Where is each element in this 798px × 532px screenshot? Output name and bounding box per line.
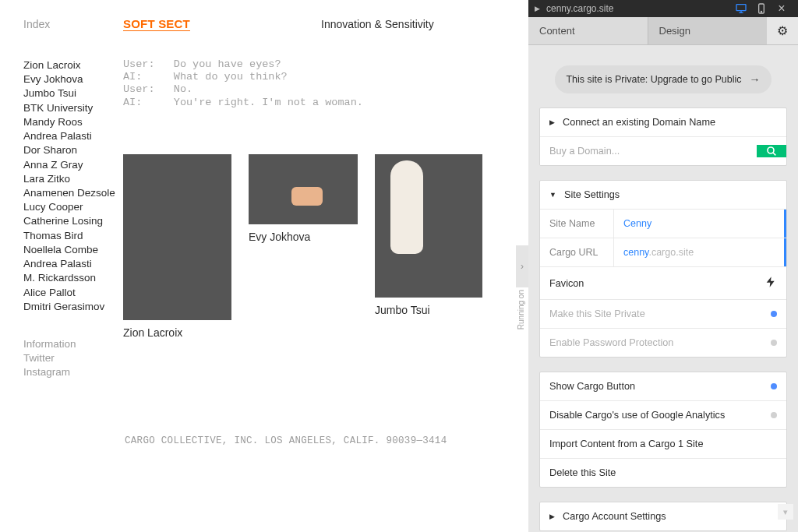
domain-section: ▶ Connect an existing Domain Name	[539, 107, 787, 166]
password-protection-row[interactable]: Enable Password Protection	[540, 329, 786, 357]
project-caption: Evy Jokhova	[249, 231, 358, 243]
desktop-preview-button[interactable]	[731, 0, 751, 17]
panel-resize-handle[interactable]: ›	[516, 245, 528, 287]
triangle-right-icon: ▶	[535, 5, 540, 12]
search-icon	[765, 145, 778, 157]
favicon-row[interactable]: Favicon	[540, 267, 786, 300]
site-footer: CARGO COLLECTIVE, INC. LOS ANGELES, CALI…	[125, 435, 447, 446]
domain-search-button[interactable]	[757, 145, 786, 157]
artist-link[interactable]: Dmitri Gerasimov	[23, 300, 123, 314]
favicon-label: Favicon	[549, 278, 584, 289]
project-card[interactable]: Zion Lacroix	[123, 154, 231, 339]
gear-icon: ⚙	[777, 23, 788, 38]
artist-link[interactable]: Noellela Combe	[23, 243, 123, 257]
more-settings-section: Show Cargo Button Disable Cargo's use of…	[539, 372, 787, 488]
buy-domain-input[interactable]	[540, 137, 757, 165]
cargo-url-suffix: .cargo.site	[648, 247, 694, 258]
triangle-down-icon: ▼	[549, 191, 556, 199]
artist-link[interactable]: Lara Zitko	[23, 172, 123, 186]
tab-content[interactable]: Content	[528, 17, 648, 44]
upgrade-pill-label: This site is Private: Upgrade to go Publ…	[566, 74, 741, 85]
project-card[interactable]: Evy Jokhova	[249, 154, 358, 339]
account-settings-title: Cargo Account Settings	[563, 511, 666, 522]
tab-design[interactable]: Design	[648, 17, 768, 44]
site-settings-header[interactable]: ▼ Site Settings	[540, 181, 786, 210]
artist-link[interactable]: BTK University	[23, 101, 123, 115]
disable-ga-label: Disable Cargo's use of Google Analytics	[549, 410, 725, 421]
artist-link[interactable]: Anna Z Gray	[23, 158, 123, 172]
scroll-down-cue[interactable]: ▾	[778, 504, 793, 520]
show-cargo-button-row[interactable]: Show Cargo Button	[540, 372, 786, 401]
import-content-label: Import Content from a Cargo 1 Site	[549, 439, 703, 449]
site-header: Index SOFT SECT Innovation & Sensitivity	[23, 17, 507, 30]
mobile-preview-button[interactable]	[751, 0, 772, 17]
artist-link[interactable]: Anamenen Dezsole	[23, 186, 123, 200]
artist-link[interactable]: Dor Sharon	[23, 143, 123, 157]
status-dot-icon	[771, 311, 777, 317]
connect-domain-row[interactable]: ▶ Connect an existing Domain Name	[540, 108, 786, 137]
artist-link[interactable]: M. Rickardsson	[23, 271, 123, 285]
site-settings-title: Site Settings	[564, 189, 620, 200]
status-dot-icon	[771, 340, 777, 346]
artist-link[interactable]: Alice Pallot	[23, 286, 123, 300]
admin-tabs: Content Design ⚙	[528, 17, 798, 45]
account-settings-header[interactable]: ▶ Cargo Account Settings	[540, 502, 786, 530]
nav-information[interactable]: Information	[23, 337, 123, 351]
artist-link[interactable]: Thomas Bird	[23, 229, 123, 243]
content-column: User: Do you have eyes? AI: What do you …	[123, 58, 507, 380]
artist-column: Zion Lacroix Evy Jokhova Jumbo Tsui BTK …	[23, 58, 123, 380]
show-cargo-button-label: Show Cargo Button	[549, 381, 635, 392]
disable-ga-row[interactable]: Disable Cargo's use of Google Analytics	[540, 401, 786, 430]
status-dot-icon	[771, 383, 777, 389]
status-dot-icon	[771, 412, 777, 418]
cargo-url-row[interactable]: Cargo URL cenny.cargo.site	[540, 238, 786, 267]
arrow-right-icon: →	[750, 73, 761, 86]
phone-icon	[755, 2, 768, 15]
monitor-icon	[735, 2, 747, 15]
svg-point-3	[768, 147, 774, 153]
site-settings-section: ▼ Site Settings Site Name Cenny Cargo UR…	[539, 180, 787, 358]
admin-panel: ▶ cenny.cargo.site × Content Design ⚙ Th…	[528, 0, 798, 532]
import-content-row[interactable]: Import Content from a Cargo 1 Site	[540, 430, 786, 459]
artist-link[interactable]: Jumbo Tsui	[23, 86, 123, 100]
artist-link[interactable]: Lucy Cooper	[23, 200, 123, 214]
bolt-icon	[764, 276, 777, 291]
nav-instagram[interactable]: Instagram	[23, 365, 123, 379]
secondary-nav: Information Twitter Instagram	[23, 337, 123, 380]
site-body: Zion Lacroix Evy Jokhova Jumbo Tsui BTK …	[23, 58, 507, 380]
triangle-right-icon: ▶	[549, 513, 555, 520]
make-private-label: Make this Site Private	[549, 308, 645, 319]
project-caption: Jumbo Tsui	[375, 304, 482, 316]
site-name-label: Site Name	[540, 210, 614, 238]
cargo-url-value[interactable]: cenny.cargo.site	[614, 238, 786, 266]
nav-twitter[interactable]: Twitter	[23, 351, 123, 365]
site-name-value[interactable]: Cenny	[614, 210, 786, 238]
svg-rect-0	[736, 5, 746, 11]
artist-link[interactable]: Evy Jokhova	[23, 72, 123, 86]
triangle-right-icon: ▶	[549, 118, 555, 126]
connect-domain-label: Connect an existing Domain Name	[563, 117, 715, 128]
admin-body: This site is Private: Upgrade to go Publ…	[528, 45, 798, 532]
index-link[interactable]: Index	[23, 18, 123, 30]
upgrade-pill[interactable]: This site is Private: Upgrade to go Publ…	[555, 65, 771, 93]
artist-link[interactable]: Andrea Palasti	[23, 257, 123, 271]
artist-link[interactable]: Catherine Losing	[23, 214, 123, 228]
settings-gear-button[interactable]: ⚙	[767, 17, 798, 44]
admin-topbar: ▶ cenny.cargo.site ×	[528, 0, 798, 17]
site-url-label: cenny.cargo.site	[546, 3, 614, 14]
site-brand[interactable]: SOFT SECT	[123, 17, 321, 30]
cargo-url-label: Cargo URL	[540, 238, 614, 266]
project-card[interactable]: Jumbo Tsui	[375, 154, 482, 339]
chevron-right-icon: ›	[521, 261, 524, 272]
close-panel-button[interactable]: ×	[772, 0, 792, 17]
project-image	[249, 154, 358, 224]
account-settings-section: ▶ Cargo Account Settings	[539, 502, 787, 531]
site-name-row[interactable]: Site Name Cenny	[540, 210, 786, 238]
project-image	[375, 154, 482, 298]
delete-site-row[interactable]: Delete this Site	[540, 459, 786, 487]
artist-link[interactable]: Andrea Palasti	[23, 129, 123, 143]
project-image	[123, 154, 231, 320]
make-private-row[interactable]: Make this Site Private	[540, 300, 786, 329]
artist-link[interactable]: Mandy Roos	[23, 115, 123, 129]
artist-link[interactable]: Zion Lacroix	[23, 58, 123, 72]
